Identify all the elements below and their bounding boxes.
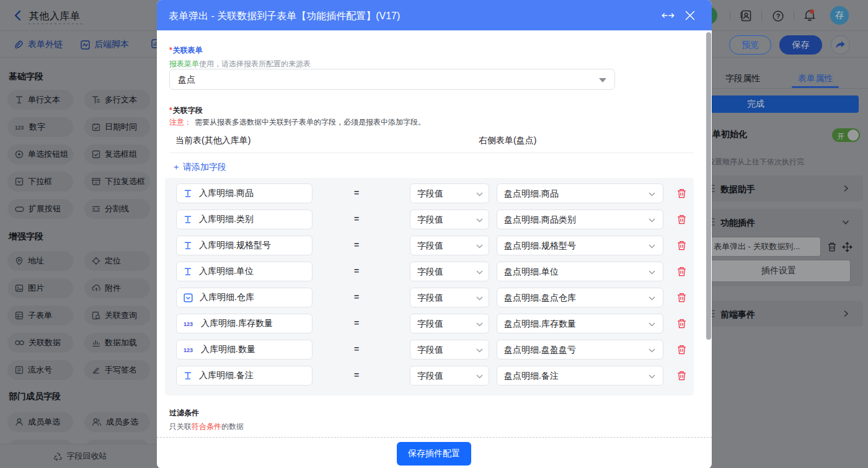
svg-text:123: 123	[184, 321, 193, 327]
svg-text:123: 123	[184, 347, 193, 353]
